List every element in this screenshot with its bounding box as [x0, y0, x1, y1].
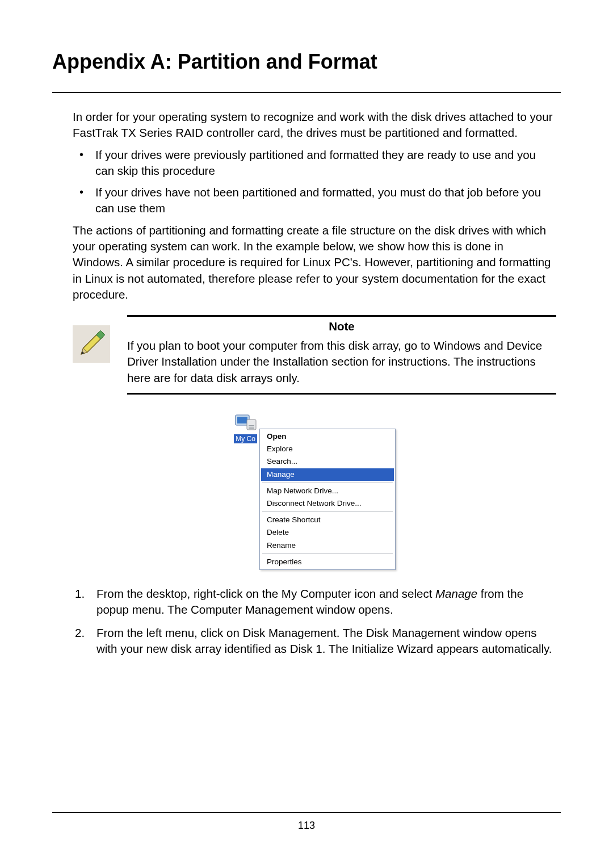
intro-paragraph: In order for your operating system to re…: [73, 109, 556, 141]
menu-separator: [262, 553, 393, 554]
svg-rect-7: [249, 425, 254, 426]
step-item: From the desktop, right-click on the My …: [73, 586, 556, 618]
pencil-note-icon: [73, 325, 110, 363]
paragraph: The actions of partitioning and formatti…: [73, 223, 556, 303]
menu-item-explore[interactable]: Explore: [261, 443, 394, 455]
step-item: From the left menu, click on Disk Manage…: [73, 625, 556, 657]
menu-item-create-shortcut[interactable]: Create Shortcut: [261, 514, 394, 526]
my-computer-label: My Co: [234, 434, 257, 443]
body-content: In order for your operating system to re…: [52, 109, 561, 657]
step-text: From the desktop, right-click on the My …: [96, 587, 435, 600]
menu-item-properties[interactable]: Properties: [261, 556, 394, 568]
menu-item-open[interactable]: Open: [261, 430, 394, 443]
page-footer: 113: [52, 812, 561, 832]
note-title: Note: [127, 317, 556, 338]
svg-rect-5: [237, 417, 247, 423]
context-menu-figure: My Co Open Explore Search... Manage Map …: [230, 413, 399, 570]
page-title: Appendix A: Partition and Format: [52, 50, 561, 74]
bullet-item: If your drives were previously partition…: [73, 147, 556, 179]
bullet-list: If your drives were previously partition…: [73, 147, 556, 217]
note-bottom-rule: [127, 393, 556, 395]
note-text: If you plan to boot your computer from t…: [127, 338, 556, 393]
note-block: Note If you plan to boot your computer f…: [73, 315, 556, 395]
menu-item-search[interactable]: Search...: [261, 455, 394, 468]
my-computer-icon: My Co: [230, 413, 261, 443]
bullet-item: If your drives have not been partitioned…: [73, 184, 556, 217]
menu-item-delete[interactable]: Delete: [261, 526, 394, 539]
menu-separator: [262, 511, 393, 512]
page-number: 113: [52, 820, 561, 832]
footer-rule: [52, 812, 561, 813]
menu-separator: [262, 483, 393, 483]
svg-rect-8: [249, 427, 254, 429]
steps-list: From the desktop, right-click on the My …: [73, 586, 556, 657]
heading-rule: [52, 92, 561, 93]
step-emphasis: Manage: [435, 587, 477, 600]
menu-item-rename[interactable]: Rename: [261, 539, 394, 552]
menu-item-disconnect-network-drive[interactable]: Disconnect Network Drive...: [261, 497, 394, 510]
context-menu: Open Explore Search... Manage Map Networ…: [259, 429, 396, 570]
menu-item-manage[interactable]: Manage: [261, 468, 394, 481]
menu-item-map-network-drive[interactable]: Map Network Drive...: [261, 485, 394, 497]
